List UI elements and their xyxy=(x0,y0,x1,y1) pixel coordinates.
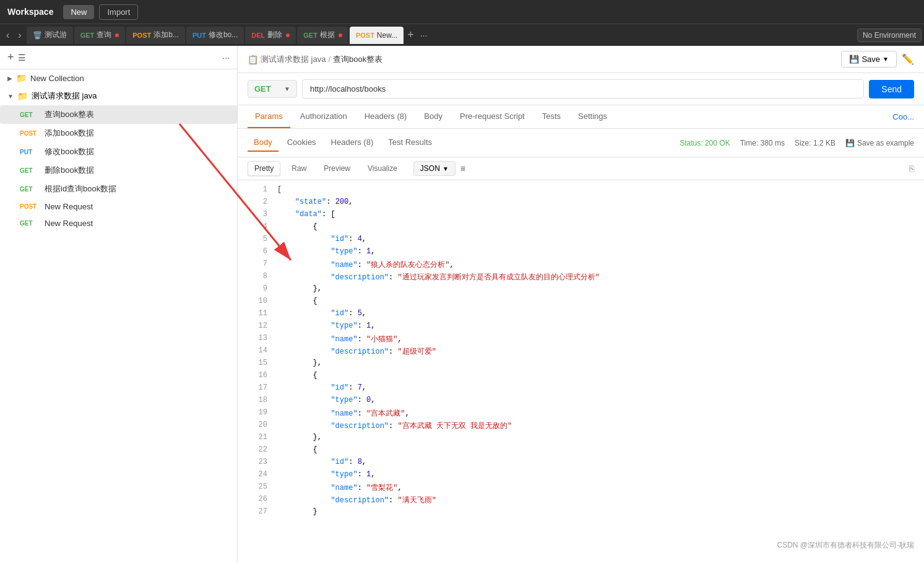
response-area: Body Cookies Headers (8) Test Results St… xyxy=(238,129,924,563)
url-input[interactable] xyxy=(302,79,864,98)
tab-headers[interactable]: Headers (8) xyxy=(357,105,415,128)
resp-tab-cookies[interactable]: Cookies xyxy=(281,134,322,152)
request-item-6[interactable]: GET New Request xyxy=(0,215,237,232)
json-type-label: JSON xyxy=(420,164,440,173)
tab-dot xyxy=(339,33,342,37)
json-line-7: 7 "name": "狼人杀的队友心态分析", xyxy=(238,260,924,272)
request-item-5[interactable]: POST New Request xyxy=(0,198,237,215)
tab-label: 根据 xyxy=(320,30,335,40)
method-label: GET xyxy=(254,84,271,94)
sidebar-add-button[interactable]: + xyxy=(7,51,14,64)
add-tab-button[interactable]: + xyxy=(405,28,417,41)
new-collection-item[interactable]: ▶ 📁 New Collection xyxy=(0,69,237,87)
json-line-22: 22 { xyxy=(238,445,924,458)
tab-body[interactable]: Body xyxy=(417,105,450,128)
json-content[interactable]: 1 [ 2 "state": 200, 3 "data": [ 4 { xyxy=(238,180,924,563)
collection-group-header[interactable]: ▼ 📁 测试请求数据 java xyxy=(0,87,237,105)
json-line-12: 12 "type": 1, xyxy=(238,321,924,334)
resp-tab-headers[interactable]: Headers (8) xyxy=(325,134,380,152)
request-header: 📋 测试请求数据 java / 查询book整表 💾 Save ▼ ✏️ xyxy=(238,46,924,73)
sidebar-header: + ☰ ··· xyxy=(0,46,237,69)
request-item-0[interactable]: GET 查询book整表 xyxy=(0,105,237,124)
new-button[interactable]: New xyxy=(63,5,94,19)
json-line-10: 10 { xyxy=(238,297,924,309)
json-line-23: 23 "id": 8, xyxy=(238,458,924,470)
format-visualize-button[interactable]: Visualize xyxy=(361,162,404,175)
tab-next-button[interactable]: › xyxy=(14,27,25,43)
tab-shanchu[interactable]: DEL 删除 xyxy=(245,27,296,44)
request-item-2[interactable]: PUT 修改book数据 xyxy=(0,142,237,161)
chevron-right-icon: ▶ xyxy=(7,75,12,82)
json-line-15: 15 }, xyxy=(238,359,924,371)
response-tabs: Body Cookies Headers (8) Test Results xyxy=(248,134,438,152)
send-button[interactable]: Send xyxy=(869,80,914,98)
json-line-27: 27 } xyxy=(238,507,924,520)
import-button[interactable]: Import xyxy=(99,4,138,20)
sidebar-filter-button[interactable]: ☰ xyxy=(18,53,26,63)
save-example-icon: 💾 xyxy=(845,139,855,147)
format-pretty-button[interactable]: Pretty xyxy=(248,161,280,176)
response-header: Body Cookies Headers (8) Test Results St… xyxy=(238,129,924,157)
resp-tab-testresults[interactable]: Test Results xyxy=(382,134,438,152)
edit-button[interactable]: ✏️ xyxy=(902,51,914,68)
json-line-20: 20 "description": "宫本武藏 天下无双 我是无敌的" xyxy=(238,421,924,433)
cookies-link[interactable]: Coo... xyxy=(892,112,914,121)
request-item-4[interactable]: GET 根据id查询book数据 xyxy=(0,180,237,198)
tab-ceshi[interactable]: 🗑️ 测试游 xyxy=(27,27,73,44)
more-tabs-button[interactable]: ··· xyxy=(418,30,430,40)
json-type-selector[interactable]: JSON ▼ xyxy=(413,161,456,176)
json-line-5: 5 "id": 4, xyxy=(238,235,924,247)
tab-genju[interactable]: GET 根据 xyxy=(297,27,348,44)
format-preview-button[interactable]: Preview xyxy=(317,162,356,175)
tab-dot xyxy=(286,33,290,37)
request-name: 添加book数据 xyxy=(45,128,94,139)
tab-xiugai[interactable]: PUT 修改bo... xyxy=(186,27,244,44)
tab-prev-button[interactable]: ‹ xyxy=(2,27,13,43)
save-icon: 💾 xyxy=(849,55,859,64)
tab-dot xyxy=(115,33,119,37)
json-line-2: 2 "state": 200, xyxy=(238,198,924,210)
json-line-3: 3 "data": [ xyxy=(238,210,924,222)
format-raw-button[interactable]: Raw xyxy=(285,162,313,175)
environment-selector[interactable]: No Environment xyxy=(857,28,922,42)
method-badge: POST xyxy=(20,203,40,210)
format-lines-button[interactable]: ≡ xyxy=(460,164,465,173)
method-selector[interactable]: GET ▼ xyxy=(248,80,297,98)
resp-tab-body[interactable]: Body xyxy=(248,134,278,152)
collection-icon-small: 📋 xyxy=(248,55,258,64)
copy-response-button[interactable]: ⎘ xyxy=(909,164,914,173)
json-line-18: 18 "type": 0, xyxy=(238,396,924,408)
method-badge: GET xyxy=(20,220,40,227)
new-collection-label: New Collection xyxy=(30,74,84,83)
method-badge: GET xyxy=(20,186,40,193)
tab-label: 查询 xyxy=(97,30,111,40)
save-example-button[interactable]: 💾 Save as example xyxy=(845,139,914,147)
collection-icon: 📁 xyxy=(16,73,27,83)
tab-params[interactable]: Params xyxy=(248,105,290,128)
request-name: 修改book数据 xyxy=(45,146,94,157)
sidebar-more-button[interactable]: ··· xyxy=(222,53,230,63)
save-button[interactable]: 💾 Save ▼ xyxy=(841,51,897,68)
request-actions: 💾 Save ▼ ✏️ xyxy=(841,51,914,68)
request-item-1[interactable]: POST 添加book数据 xyxy=(0,124,237,142)
json-line-24: 24 "type": 1, xyxy=(238,470,924,482)
tab-tianjia[interactable]: POST 添加b... xyxy=(126,27,185,44)
tab-authorization[interactable]: Authorization xyxy=(293,105,355,128)
content-area: 📋 测试请求数据 java / 查询book整表 💾 Save ▼ ✏️ GET… xyxy=(238,46,924,563)
request-item-3[interactable]: GET 删除book数据 xyxy=(0,161,237,180)
sidebar-content: ▶ 📁 New Collection ▼ 📁 测试请求数据 java GET 查… xyxy=(0,69,237,563)
tab-prerequest[interactable]: Pre-request Script xyxy=(452,105,532,128)
tab-new-post[interactable]: POST New... xyxy=(350,27,404,44)
response-time: Time: 380 ms xyxy=(740,139,785,147)
tab-chaxun[interactable]: GET 查询 xyxy=(74,27,126,44)
request-name: New Request xyxy=(45,202,93,211)
tab-tests[interactable]: Tests xyxy=(535,105,568,128)
breadcrumb-collection[interactable]: 测试请求数据 java xyxy=(261,54,326,65)
tab-settings[interactable]: Settings xyxy=(571,105,615,128)
json-line-17: 17 "id": 7, xyxy=(238,383,924,396)
tab-method: POST xyxy=(356,32,374,39)
tab-label: New... xyxy=(377,31,397,40)
json-line-9: 9 }, xyxy=(238,284,924,297)
method-chevron-icon: ▼ xyxy=(284,85,290,92)
workspace-title: Workspace xyxy=(7,7,53,17)
